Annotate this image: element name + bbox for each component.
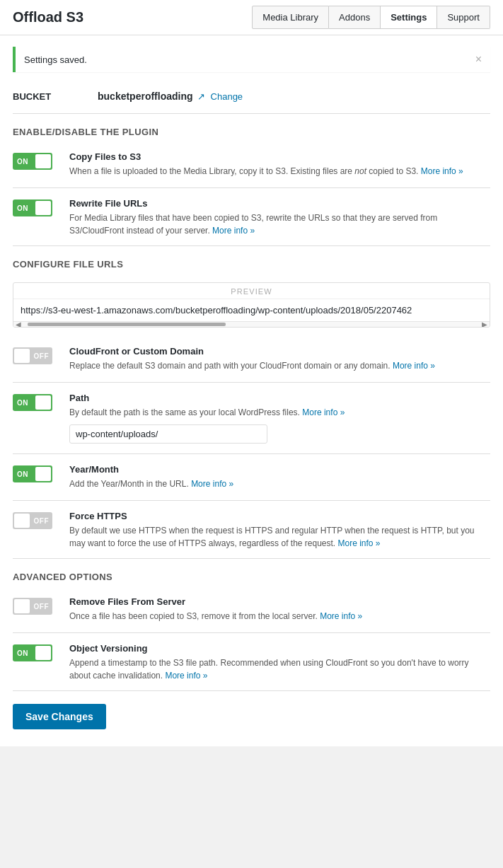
toggle-rewrite-urls-knob [35, 201, 51, 215]
setting-rewrite-urls: ON Rewrite File URLs For Media Library f… [13, 191, 490, 244]
remove-files-more-info[interactable]: More info » [320, 611, 362, 621]
bucket-value: bucketperoffloading [98, 91, 193, 102]
setting-path-content: Path By default the path is the same as … [69, 393, 490, 444]
toggle-force-https-knob [14, 514, 30, 528]
setting-copy-files: ON Copy Files to S3 When a file is uploa… [13, 144, 490, 185]
toggle-cloudfront-wrap: OFF [13, 346, 69, 364]
bucket-change-link[interactable]: Change [211, 91, 243, 102]
setting-rewrite-urls-content: Rewrite File URLs For Media Library file… [69, 198, 490, 237]
toggle-rewrite-urls-wrap: ON [13, 198, 69, 216]
setting-force-https: OFF Force HTTPS By default we use HTTPS … [13, 504, 490, 557]
bucket-row: BUCKET bucketperoffloading ↗ Change [13, 83, 490, 114]
section-divider-3 [13, 690, 490, 691]
setting-path: ON Path By default the path is the same … [13, 386, 490, 451]
toggle-rewrite-urls-label: ON [17, 204, 28, 212]
copy-files-more-info[interactable]: More info » [421, 166, 463, 176]
toggle-remove-files[interactable]: OFF [13, 598, 52, 615]
toggle-year-month-wrap: ON [13, 464, 69, 482]
rewrite-urls-more-info[interactable]: More info » [212, 226, 255, 236]
setting-object-versioning: ON Object Versioning Append a timestamp … [13, 636, 490, 689]
setting-object-versioning-title: Object Versioning [69, 643, 490, 654]
scroll-right-icon: ▶ [482, 322, 487, 328]
nav-tabs: Media Library Addons Settings Support [252, 6, 490, 29]
toggle-force-https[interactable]: OFF [13, 512, 52, 529]
toggle-cloudfront-label: OFF [34, 352, 50, 360]
notice-close-icon[interactable]: × [475, 54, 482, 65]
preview-url: https://s3-eu-west-1.amazonaws.com/bucke… [21, 305, 412, 316]
toggle-path[interactable]: ON [13, 394, 52, 411]
toggle-path-wrap: ON [13, 393, 69, 411]
main-content: Settings saved. × BUCKET bucketperoffloa… [0, 35, 503, 746]
setting-remove-files-content: Remove Files From Server Once a file has… [69, 596, 490, 623]
toggle-cloudfront-knob [14, 349, 30, 363]
toggle-path-knob [35, 395, 51, 410]
toggle-force-https-label: OFF [34, 517, 50, 525]
path-input[interactable] [69, 424, 267, 444]
divider-2 [13, 382, 490, 383]
tab-media-library[interactable]: Media Library [252, 6, 329, 29]
external-link-icon: ↗ [197, 91, 205, 102]
toggle-force-https-wrap: OFF [13, 511, 69, 529]
path-more-info[interactable]: More info » [302, 407, 345, 417]
setting-path-desc: By default the path is the same as your … [69, 406, 490, 419]
section-title-configure-urls: CONFIGURE FILE URLS [13, 246, 490, 277]
toggle-year-month-label: ON [17, 470, 28, 478]
toggle-year-month[interactable]: ON [13, 465, 52, 482]
toggle-object-versioning-wrap: ON [13, 643, 69, 661]
setting-year-month-content: Year/Month Add the Year/Month in the URL… [69, 464, 490, 490]
section-title-advanced: ADVANCED OPTIONS [13, 559, 490, 589]
preview-url-wrap[interactable]: https://s3-eu-west-1.amazonaws.com/bucke… [13, 299, 490, 321]
setting-cloudfront-title: CloudFront or Custom Domain [69, 346, 490, 357]
save-button[interactable]: Save Changes [13, 704, 106, 729]
scrollbar-track [28, 323, 226, 326]
setting-copy-files-desc: When a file is uploaded to the Media Lib… [69, 165, 490, 178]
toggle-remove-files-wrap: OFF [13, 596, 69, 615]
setting-cloudfront-content: CloudFront or Custom Domain Replace the … [69, 346, 490, 372]
tab-addons[interactable]: Addons [329, 6, 381, 29]
toggle-year-month-knob [35, 467, 51, 481]
section-title-enable-disable: ENABLE/DISABLE THE PLUGIN [13, 114, 490, 144]
header: Offload S3 Media Library Addons Settings… [0, 0, 503, 35]
notice-banner: Settings saved. × [13, 47, 490, 72]
setting-year-month-desc: Add the Year/Month in the URL. More info… [69, 478, 490, 490]
toggle-remove-files-label: OFF [34, 603, 50, 611]
toggle-copy-files-wrap: ON [13, 151, 69, 170]
toggle-copy-files-knob [35, 154, 51, 168]
setting-remove-files-title: Remove Files From Server [69, 596, 490, 607]
divider-5 [13, 632, 490, 633]
preview-scrollbar[interactable]: ◀ ▶ [13, 321, 490, 327]
setting-force-https-title: Force HTTPS [69, 511, 490, 521]
divider-3 [13, 453, 490, 454]
scroll-left-icon: ◀ [16, 322, 21, 328]
setting-copy-files-title: Copy Files to S3 [69, 151, 490, 162]
setting-object-versioning-content: Object Versioning Append a timestamp to … [69, 643, 490, 682]
app-title: Offload S3 [13, 9, 83, 25]
cloudfront-more-info[interactable]: More info » [393, 361, 435, 371]
setting-cloudfront-desc: Replace the default S3 domain and path w… [69, 359, 490, 372]
setting-force-https-desc: By default we use HTTPS when the request… [69, 524, 490, 550]
toggle-copy-files-label: ON [17, 158, 28, 166]
setting-object-versioning-desc: Append a timestamp to the S3 file path. … [69, 656, 490, 682]
setting-year-month: ON Year/Month Add the Year/Month in the … [13, 457, 490, 497]
preview-box: PREVIEW https://s3-eu-west-1.amazonaws.c… [13, 282, 490, 328]
tab-settings[interactable]: Settings [381, 6, 437, 29]
toggle-rewrite-urls[interactable]: ON [13, 199, 52, 216]
toggle-object-versioning-knob [35, 646, 51, 660]
preview-label: PREVIEW [13, 283, 490, 299]
year-month-more-info[interactable]: More info » [191, 479, 233, 489]
setting-path-title: Path [69, 393, 490, 403]
setting-remove-files: OFF Remove Files From Server Once a file… [13, 589, 490, 630]
toggle-cloudfront[interactable]: OFF [13, 347, 52, 364]
force-https-more-info[interactable]: More info » [338, 538, 381, 548]
setting-year-month-title: Year/Month [69, 464, 490, 475]
toggle-object-versioning[interactable]: ON [13, 644, 52, 661]
notice-text: Settings saved. [24, 54, 87, 65]
divider-1 [13, 187, 490, 188]
setting-remove-files-desc: Once a file has been copied to S3, remov… [69, 610, 490, 623]
tab-support[interactable]: Support [437, 6, 490, 29]
setting-rewrite-urls-title: Rewrite File URLs [69, 198, 490, 209]
toggle-copy-files[interactable]: ON [13, 153, 52, 170]
divider-4 [13, 500, 490, 501]
object-versioning-more-info[interactable]: More info » [165, 671, 207, 681]
setting-copy-files-content: Copy Files to S3 When a file is uploaded… [69, 151, 490, 178]
